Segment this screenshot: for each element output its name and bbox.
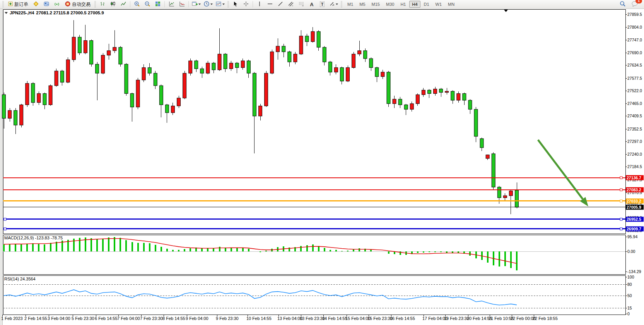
svg-text:27240.0: 27240.0 (627, 152, 642, 156)
svg-text:0: 0 (627, 311, 630, 316)
new-order-button[interactable]: 新订单 (5, 0, 31, 9)
chevron-down-icon (210, 3, 213, 5)
text-tool-button[interactable]: A (307, 0, 317, 9)
svg-text:9 Feb 23:30: 9 Feb 23:30 (216, 316, 239, 321)
market-depth-button[interactable] (41, 0, 51, 9)
svg-text:27033.2: 27033.2 (627, 199, 641, 203)
svg-text:27136.7: 27136.7 (627, 175, 641, 180)
svg-text:15 Feb 04:00: 15 Feb 04:00 (345, 316, 371, 321)
chart-ohlc-values: 27081.2 27115.8 27000.5 27005.9 (36, 10, 104, 15)
line-chart-icon (120, 1, 126, 8)
svg-text:27804.0: 27804.0 (627, 25, 642, 29)
new-chart-icon (191, 1, 198, 8)
chat-button[interactable]: 1 (630, 0, 640, 9)
svg-text:100: 100 (627, 275, 634, 279)
candlestick-button[interactable] (108, 0, 118, 9)
new-order-label: 新订单 (14, 1, 28, 8)
toolbar-separator (253, 1, 253, 7)
svg-text:27297.0: 27297.0 (627, 139, 642, 144)
zoom-in-button[interactable] (132, 0, 142, 9)
tile-windows-icon (155, 1, 161, 8)
clock-icon (203, 1, 210, 8)
rsi-label: RSI(14) 24.3564 (4, 277, 36, 281)
svg-text:22 Feb 18:55: 22 Feb 18:55 (533, 316, 558, 321)
indicator-window-button[interactable] (177, 0, 187, 9)
toolbar: 新订单 自动交易 (0, 0, 644, 9)
period-clock-button[interactable] (202, 0, 214, 9)
trendline-button[interactable] (275, 0, 285, 9)
zoom-out-button[interactable] (142, 0, 152, 9)
timeframe-w1[interactable]: W1 (433, 1, 445, 8)
timeframe-m30[interactable]: M30 (383, 1, 397, 8)
channel-icon (288, 1, 294, 8)
toolbar-grip[interactable] (94, 1, 96, 7)
toolbar-grip[interactable] (2, 1, 4, 7)
person-chart-icon (43, 1, 50, 8)
gold-diamond-icon (33, 1, 39, 8)
svg-text:95.94: 95.94 (627, 234, 637, 239)
svg-text:5 Feb 23:30: 5 Feb 23:30 (72, 316, 94, 321)
bar-chart-button[interactable] (97, 0, 108, 9)
candlestick-icon (110, 1, 116, 8)
timeframe-m5[interactable]: M5 (357, 1, 368, 8)
toolbar-separator (130, 1, 130, 7)
auto-trading-button[interactable]: 自动交易 (62, 0, 93, 9)
notification-badge: 1 (635, 0, 642, 3)
search-button[interactable] (617, 0, 627, 9)
svg-text:27127.5: 27127.5 (627, 177, 642, 182)
macd-label: MACD(12,26,9) -123.83 -78.75 (4, 236, 63, 240)
equidistant-channel-button[interactable] (286, 0, 296, 9)
svg-text:27577.5: 27577.5 (627, 76, 642, 81)
label-tool-button[interactable]: T (317, 0, 327, 9)
timeframe-h4[interactable]: H4 (409, 1, 420, 8)
tile-windows-button[interactable] (153, 0, 163, 9)
new-chart-button[interactable] (190, 0, 202, 9)
templates-button[interactable] (214, 0, 226, 9)
line-chart-button[interactable] (118, 0, 128, 9)
chart-symbol-period: JPN225-,H4 (10, 10, 34, 15)
svg-text:27465.0: 27465.0 (627, 101, 642, 106)
svg-text:21 Feb 10:55: 21 Feb 10:55 (489, 316, 514, 321)
svg-text:27070.5: 27070.5 (627, 190, 642, 195)
svg-text:22 Feb 00:00: 22 Feb 00:00 (511, 316, 536, 321)
svg-text:27083.2: 27083.2 (627, 187, 641, 192)
horizontal-line-icon (267, 1, 273, 8)
macd-indicator-values: -123.83 -78.75 (35, 236, 63, 240)
svg-text:26902.5: 26902.5 (627, 228, 642, 233)
svg-text:10 Feb 14:55: 10 Feb 14:55 (246, 316, 272, 321)
fibonacci-button[interactable] (296, 0, 306, 9)
vertical-line-icon (256, 1, 263, 8)
chevron-down-icon (222, 3, 225, 5)
svg-text:27409.5: 27409.5 (627, 113, 642, 118)
symbol-dropdown-icon[interactable] (5, 12, 8, 14)
auto-trading-label: 自动交易 (72, 1, 91, 8)
timeframe-m1[interactable]: M1 (345, 1, 356, 8)
horizontal-line-button[interactable] (265, 0, 275, 9)
timeframe-mn[interactable]: MN (445, 1, 457, 8)
svg-text:0.00: 0.00 (627, 249, 635, 254)
cursor-button[interactable] (231, 0, 241, 9)
toolbar-grip[interactable] (341, 1, 342, 7)
chart-arrow-up-icon (168, 1, 174, 8)
auto-trading-icon (65, 1, 71, 8)
svg-text:17 Feb 04:00: 17 Feb 04:00 (422, 316, 448, 321)
rsi-indicator-name: RSI(14) (4, 277, 19, 281)
svg-text:26958.0: 26958.0 (627, 215, 642, 220)
chart-window-button[interactable] (31, 0, 41, 9)
svg-text:27522.0: 27522.0 (627, 88, 642, 93)
chart-title: JPN225-,H4 27081.2 27115.8 27000.5 27005… (5, 10, 104, 15)
vertical-line-button[interactable] (255, 0, 265, 9)
signals-button[interactable] (52, 0, 62, 9)
indicator-list-button[interactable] (166, 0, 176, 9)
crosshair-button[interactable] (241, 0, 251, 9)
arrows-tool-button[interactable] (328, 0, 339, 9)
toolbar-grip[interactable] (227, 1, 229, 7)
svg-text:27690.0: 27690.0 (627, 50, 642, 55)
svg-text:-134.29: -134.29 (627, 269, 641, 274)
svg-text:7 Feb 23:30: 7 Feb 23:30 (140, 316, 163, 321)
timeframe-m15[interactable]: M15 (369, 1, 383, 8)
timeframe-d1[interactable]: D1 (421, 1, 432, 8)
timeframe-h1[interactable]: H1 (398, 1, 408, 8)
bar-chart-icon (99, 1, 106, 8)
svg-text:80: 80 (627, 282, 632, 287)
